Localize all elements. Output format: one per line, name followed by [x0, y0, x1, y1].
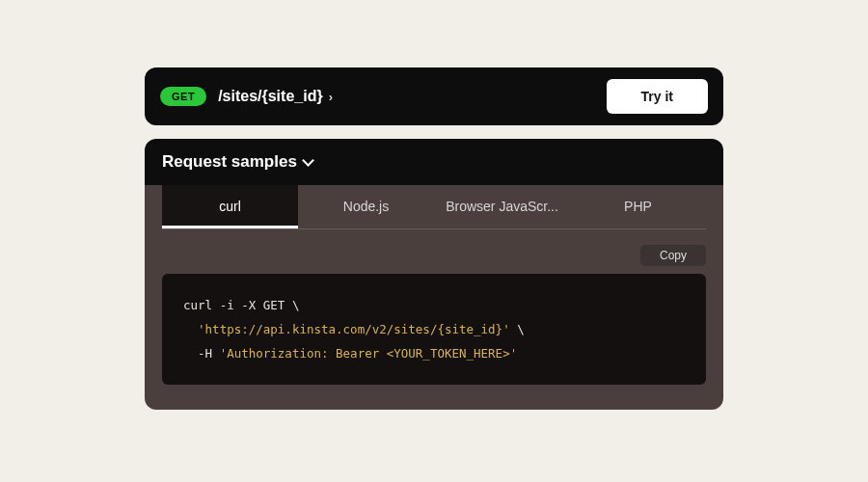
language-tabs: curl Node.js Browser JavaScr... PHP — [162, 185, 706, 229]
code-line-3-header: 'Authorization: Bearer <YOUR_TOKEN_HERE>… — [220, 346, 518, 361]
request-samples-header[interactable]: Request samples — [145, 139, 723, 185]
tab-nodejs[interactable]: Node.js — [298, 185, 434, 228]
code-line-3-prefix: -H — [183, 346, 220, 361]
http-method-badge: GET — [160, 87, 206, 106]
request-samples-title: Request samples — [162, 152, 297, 172]
code-line-2-suffix: \ — [510, 322, 525, 336]
code-block: curl -i -X GET \ 'https://api.kinsta.com… — [162, 274, 706, 385]
copy-row: Copy — [162, 245, 706, 266]
tab-browser-js[interactable]: Browser JavaScr... — [434, 185, 570, 228]
tab-curl[interactable]: curl — [162, 185, 298, 228]
tab-php[interactable]: PHP — [570, 185, 706, 228]
endpoint-bar: GET /sites/{site_id} › Try it — [145, 67, 723, 125]
chevron-down-icon — [303, 156, 312, 166]
endpoint-path-text: /sites/{site_id} — [218, 88, 323, 105]
copy-button[interactable]: Copy — [640, 245, 706, 266]
request-samples-panel: Request samples curl Node.js Browser Jav… — [145, 139, 723, 410]
endpoint-path[interactable]: /sites/{site_id} › — [218, 88, 594, 105]
code-line-2-url: 'https://api.kinsta.com/v2/sites/{site_i… — [198, 322, 510, 336]
chevron-right-icon: › — [329, 90, 333, 104]
request-samples-body: curl Node.js Browser JavaScr... PHP Copy… — [145, 185, 723, 410]
code-line-1: curl -i -X GET \ — [183, 298, 299, 312]
try-it-button[interactable]: Try it — [607, 79, 708, 114]
